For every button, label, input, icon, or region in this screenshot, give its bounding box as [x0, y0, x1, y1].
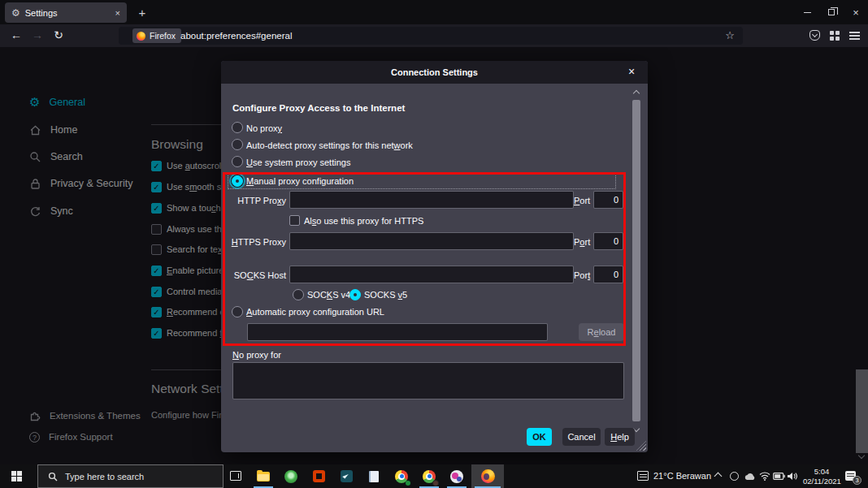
http-port-input[interactable]: 0 — [593, 191, 623, 209]
dialog-close-icon[interactable]: × — [623, 61, 640, 84]
dialog-titlebar: Connection Settings × — [221, 61, 648, 84]
https-proxy-input[interactable] — [289, 232, 574, 250]
tray-time: 5:04 — [803, 467, 840, 477]
also-https-checkbox[interactable] — [289, 215, 300, 226]
dialog-body: Configure Proxy Access to the Internet N… — [221, 84, 630, 428]
taskbar-app-android-emulator[interactable] — [277, 464, 305, 488]
back-button[interactable]: ← — [7, 24, 26, 47]
radio-manual-label[interactable]: Manual proxy configuration — [246, 176, 354, 186]
tab-settings[interactable]: ⚙ Settings × — [5, 2, 127, 23]
url-text: about:preferences#general — [180, 27, 292, 45]
radio-autodetect-label[interactable]: Auto-detect proxy settings for this netw… — [246, 140, 413, 150]
chrome-badge — [406, 481, 410, 486]
restore-icon — [828, 9, 835, 15]
window-close-button[interactable]: × — [844, 0, 868, 24]
radio-no-proxy-label[interactable]: No proxy — [246, 123, 282, 133]
cancel-button[interactable]: Cancel — [562, 428, 601, 446]
start-button[interactable] — [11, 471, 22, 482]
firefox-icon — [481, 469, 495, 483]
cloud-icon[interactable] — [744, 473, 756, 481]
scroll-up-icon[interactable] — [633, 90, 640, 97]
also-https-label[interactable]: Also use this proxy for HTTPS — [304, 216, 423, 226]
apps-grid-icon[interactable] — [830, 31, 840, 41]
gear-icon: ⚙ — [11, 7, 20, 19]
radio-system-label[interactable]: Use system proxy settings — [246, 158, 350, 167]
dialog-scrollbar[interactable] — [631, 88, 642, 434]
bookmark-star-icon[interactable]: ☆ — [725, 27, 735, 45]
taskbar-app-paint3d[interactable] — [443, 464, 471, 488]
no-proxy-for-label: No proxy for — [232, 350, 281, 360]
browser-navbar: ← → ↻ Firefox about:preferences#general … — [0, 24, 868, 47]
battery-icon[interactable] — [773, 473, 785, 480]
notepad-icon — [369, 471, 379, 482]
menu-icon[interactable] — [849, 32, 860, 42]
pocket-icon[interactable] — [809, 30, 820, 41]
reload-button[interactable]: ↻ — [49, 24, 68, 47]
news-widget-icon[interactable] — [637, 471, 649, 481]
tray-ring-icon[interactable] — [730, 472, 739, 481]
browser-tabbar: ⚙ Settings × + × — [0, 0, 868, 24]
taskbar-app-chrome[interactable] — [388, 464, 415, 488]
radio-autodetect-proxy[interactable] — [232, 139, 243, 150]
forward-button[interactable]: → — [28, 24, 47, 47]
socks-port-label: Port — [574, 270, 592, 280]
socks-v5-label[interactable]: SOCKS v5 — [364, 290, 407, 300]
tray-date: 02/11/2021 — [803, 477, 840, 486]
screen: ⚙ Settings × + × ← → ↻ Firefox about:pre… — [0, 0, 868, 488]
socks-port-input[interactable]: 0 — [593, 266, 623, 283]
socks-host-input[interactable] — [289, 266, 574, 283]
tab-close-icon[interactable]: × — [115, 8, 120, 18]
search-placeholder: Type here to search — [65, 472, 144, 482]
radio-no-proxy[interactable] — [232, 122, 243, 133]
http-port-label: Port — [574, 196, 592, 205]
file-explorer-icon — [257, 472, 270, 482]
tray-clock[interactable]: 5:04 02/11/2021 — [803, 467, 840, 486]
your-phone-icon — [341, 470, 353, 482]
chrome-profile-badge — [432, 480, 439, 486]
taskbar-app-file-explorer[interactable] — [250, 464, 277, 488]
radio-socks-v4[interactable] — [293, 289, 304, 300]
notification-badge: 3 — [853, 476, 861, 485]
ok-button[interactable]: OK — [527, 428, 552, 446]
dialog-resize-grip[interactable] — [636, 441, 646, 451]
taskbar: Type here to search 21°C Berawan 5:04 0 — [0, 464, 868, 488]
new-tab-button[interactable]: + — [132, 3, 152, 23]
http-proxy-input[interactable] — [289, 191, 574, 209]
speaker-icon[interactable] — [787, 472, 797, 481]
settings-page: ⚙ General Home Search Privacy & Security… — [0, 47, 868, 464]
reload-button[interactable]: Reload — [579, 323, 624, 341]
radio-manual-proxy[interactable] — [232, 175, 243, 187]
help-button[interactable]: Help — [605, 428, 635, 446]
https-port-input[interactable]: 0 — [593, 232, 623, 250]
minimize-icon — [804, 12, 811, 13]
firefox-identity-chip[interactable]: Firefox — [132, 28, 181, 43]
dialog-scrollbar-thumb[interactable] — [632, 100, 640, 421]
taskbar-app-firefox[interactable] — [471, 464, 504, 488]
radio-socks-v5[interactable] — [349, 289, 361, 300]
https-proxy-label: HTTPS Proxy — [229, 237, 286, 247]
window-restore-button[interactable] — [819, 0, 844, 24]
no-proxy-for-textarea[interactable] — [232, 362, 624, 399]
taskbar-app-office[interactable] — [305, 464, 332, 488]
task-view-button[interactable] — [230, 471, 241, 481]
proxy-heading: Configure Proxy Access to the Internet — [232, 103, 405, 113]
radio-system-proxy[interactable] — [232, 156, 243, 167]
window-minimize-button[interactable] — [795, 0, 819, 24]
weather-text[interactable]: 21°C Berawan — [653, 471, 711, 481]
auto-proxy-url-label[interactable]: Automatic proxy configuration URL — [246, 307, 384, 317]
wifi-icon[interactable] — [759, 472, 770, 481]
taskbar-app-chrome-profile[interactable] — [415, 464, 443, 488]
url-bar[interactable]: Firefox about:preferences#general ☆ — [119, 27, 743, 45]
taskbar-search[interactable]: Type here to search — [37, 464, 224, 488]
firefox-logo-icon — [137, 32, 145, 41]
radio-auto-proxy-url[interactable] — [232, 306, 243, 317]
taskbar-app-your-phone[interactable] — [332, 464, 360, 488]
search-icon — [48, 472, 58, 482]
socks-v4-label[interactable]: SOCKS v4 — [307, 290, 350, 300]
taskbar-app-notepad[interactable] — [360, 464, 388, 488]
https-port-label: Port — [574, 237, 592, 247]
dialog-title: Connection Settings — [391, 67, 478, 77]
chevron-up-icon[interactable] — [714, 473, 723, 481]
android-emulator-icon — [284, 470, 297, 483]
auto-proxy-url-input[interactable] — [247, 323, 548, 341]
